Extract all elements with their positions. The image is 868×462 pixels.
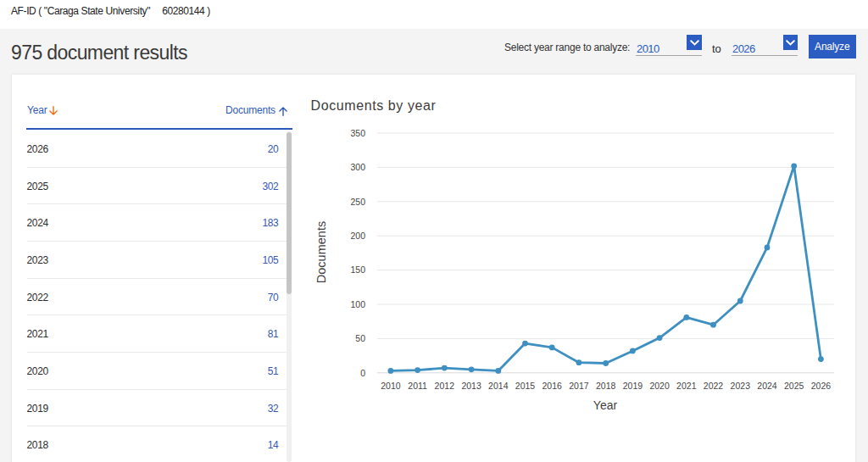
svg-text:100: 100	[350, 299, 365, 309]
svg-text:250: 250	[350, 197, 365, 207]
svg-text:2011: 2011	[408, 381, 427, 391]
svg-text:2019: 2019	[623, 381, 643, 391]
svg-text:2014: 2014	[488, 381, 509, 391]
svg-text:300: 300	[350, 162, 365, 172]
svg-text:2018: 2018	[596, 381, 616, 391]
svg-text:2022: 2022	[704, 381, 724, 391]
svg-text:2023: 2023	[731, 381, 751, 391]
svg-text:2017: 2017	[569, 381, 589, 391]
svg-text:2010: 2010	[381, 381, 401, 391]
svg-text:150: 150	[350, 264, 365, 275]
svg-text:50: 50	[355, 333, 365, 343]
svg-text:2012: 2012	[435, 381, 455, 391]
svg-text:Year: Year	[593, 398, 618, 412]
svg-text:2020: 2020	[649, 381, 670, 391]
svg-text:200: 200	[350, 231, 365, 241]
svg-text:2025: 2025	[784, 381, 804, 391]
svg-text:2021: 2021	[676, 381, 697, 391]
svg-text:2013: 2013	[461, 381, 481, 391]
svg-text:Documents: Documents	[314, 221, 328, 283]
svg-text:2015: 2015	[515, 381, 536, 391]
svg-text:2026: 2026	[811, 381, 832, 391]
svg-text:2016: 2016	[542, 381, 563, 391]
svg-text:0: 0	[360, 368, 365, 378]
svg-text:2024: 2024	[757, 381, 777, 391]
svg-text:350: 350	[350, 128, 365, 138]
